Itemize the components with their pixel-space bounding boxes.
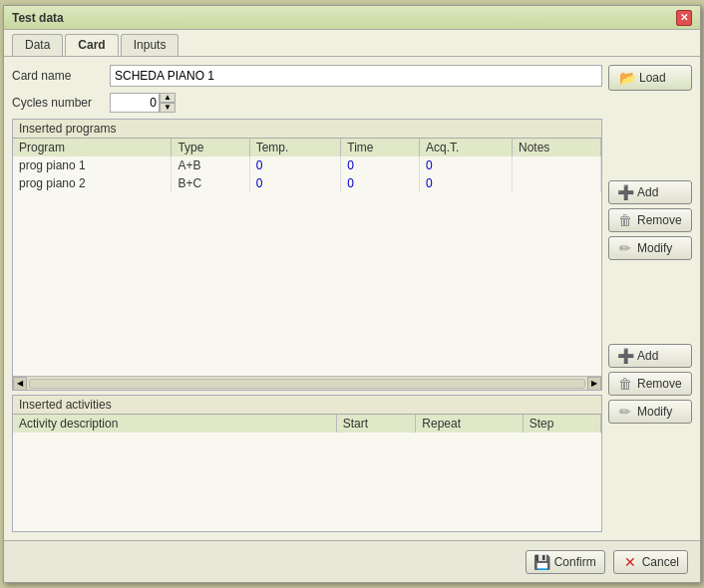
footer: 💾 Confirm ✕ Cancel [4, 540, 700, 582]
activities-remove-icon: 🗑 [617, 376, 633, 392]
programs-scrollbar: ◀ ▶ [13, 376, 601, 390]
tab-inputs[interactable]: Inputs [121, 34, 179, 56]
col-program: Program [13, 139, 172, 156]
programs-table: Program Type Temp. Time Acq.T. Notes pro… [13, 139, 601, 192]
activities-remove-label: Remove [637, 377, 682, 391]
activities-table-container[interactable]: Activity description Start Repeat Step [13, 415, 601, 531]
activities-section: Inserted activities Activity description… [12, 395, 602, 532]
col-start: Start [336, 415, 416, 433]
programs-add-icon: ➕ [617, 184, 633, 200]
col-type: Type [172, 139, 249, 156]
activities-header-row: Activity description Start Repeat Step [13, 415, 601, 433]
close-button[interactable]: ✕ [676, 10, 692, 26]
col-notes: Notes [512, 139, 600, 156]
scroll-right-button[interactable]: ▶ [587, 377, 601, 391]
programs-add-label: Add [637, 185, 658, 199]
cancel-icon: ✕ [622, 554, 638, 570]
activities-remove-button[interactable]: 🗑 Remove [608, 372, 692, 396]
programs-modify-button[interactable]: ✏ Modify [608, 236, 692, 260]
cancel-label: Cancel [642, 555, 679, 569]
sections-container: Inserted programs Program Type Temp. Tim… [12, 119, 602, 532]
card-name-row: Card name [12, 65, 602, 87]
tab-bar: Data Card Inputs [4, 30, 700, 57]
spinner-buttons: ▲ ▼ [160, 93, 176, 113]
col-repeat: Repeat [416, 415, 523, 433]
activities-modify-label: Modify [637, 405, 672, 419]
programs-section: Inserted programs Program Type Temp. Tim… [12, 119, 602, 391]
table-row[interactable]: prog piano 2 B+C 0 0 0 [13, 174, 601, 192]
card-name-input[interactable] [110, 65, 602, 87]
spinner-up-button[interactable]: ▲ [160, 93, 176, 103]
programs-side-buttons: ➕ Add 🗑 Remove ✏ Modify [608, 180, 692, 260]
cycles-spinner: ▲ ▼ [110, 93, 176, 113]
cycles-label: Cycles number [12, 96, 102, 110]
main-window: Test data ✕ Data Card Inputs Card name C… [3, 5, 701, 583]
programs-header-row: Program Type Temp. Time Acq.T. Notes [13, 139, 601, 156]
main-panel: Card name Cycles number ▲ ▼ Inserted [12, 65, 602, 532]
content-area: Card name Cycles number ▲ ▼ Inserted [4, 57, 700, 540]
window-title: Test data [12, 11, 64, 25]
scroll-left-button[interactable]: ◀ [13, 377, 27, 391]
cycles-input[interactable] [110, 93, 160, 113]
col-activity: Activity description [13, 415, 336, 433]
spinner-down-button[interactable]: ▼ [160, 103, 176, 113]
col-temp: Temp. [249, 139, 341, 156]
col-acqt: Acq.T. [420, 139, 513, 156]
confirm-label: Confirm [554, 555, 596, 569]
activities-side-buttons: ➕ Add 🗑 Remove ✏ Modify [608, 344, 692, 424]
scroll-track[interactable] [29, 379, 585, 389]
activities-add-label: Add [637, 349, 658, 363]
card-name-label: Card name [12, 69, 102, 83]
activities-modify-button[interactable]: ✏ Modify [608, 400, 692, 424]
activities-add-icon: ➕ [617, 348, 633, 364]
programs-modify-icon: ✏ [617, 240, 633, 256]
cancel-button[interactable]: ✕ Cancel [613, 550, 688, 574]
programs-add-button[interactable]: ➕ Add [608, 180, 692, 204]
confirm-button[interactable]: 💾 Confirm [526, 550, 605, 574]
programs-section-label: Inserted programs [13, 120, 601, 139]
programs-remove-button[interactable]: 🗑 Remove [608, 208, 692, 232]
confirm-icon: 💾 [534, 554, 550, 570]
table-row[interactable]: prog piano 1 A+B 0 0 0 [13, 156, 601, 174]
load-button[interactable]: 📂 Load [608, 65, 692, 91]
side-panel: 📂 Load ➕ Add 🗑 Remove ✏ Modify [602, 65, 692, 532]
col-time: Time [341, 139, 420, 156]
col-step: Step [523, 415, 600, 433]
load-icon: 📂 [619, 70, 635, 86]
tab-card[interactable]: Card [65, 34, 118, 56]
programs-remove-label: Remove [637, 213, 682, 227]
activities-modify-icon: ✏ [617, 404, 633, 420]
load-label: Load [639, 71, 666, 85]
programs-remove-icon: 🗑 [617, 212, 633, 228]
cycles-number-row: Cycles number ▲ ▼ [12, 93, 602, 113]
programs-table-container[interactable]: Program Type Temp. Time Acq.T. Notes pro… [13, 139, 601, 376]
programs-modify-label: Modify [637, 241, 672, 255]
activities-table: Activity description Start Repeat Step [13, 415, 601, 433]
side-top: 📂 Load [608, 65, 692, 91]
activities-add-button[interactable]: ➕ Add [608, 344, 692, 368]
activities-section-label: Inserted activities [13, 396, 601, 415]
title-bar: Test data ✕ [4, 6, 700, 30]
tab-data[interactable]: Data [12, 34, 63, 56]
